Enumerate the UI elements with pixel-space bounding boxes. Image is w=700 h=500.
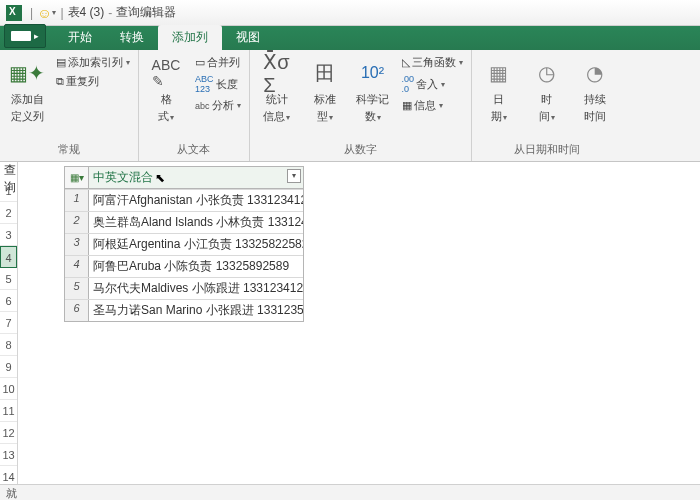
calendar-icon: ▦ — [482, 56, 516, 90]
mouse-cursor-icon: ⬉ — [155, 171, 165, 185]
label: 三角函数 — [412, 55, 456, 70]
ws-row-selected[interactable]: 4 — [0, 246, 17, 268]
ws-row[interactable]: 11 — [0, 400, 17, 422]
document-title: 表4 (3) — [68, 4, 105, 21]
row-number: 1 — [65, 190, 89, 211]
tab-transform[interactable]: 转换 — [106, 25, 158, 50]
row-number: 2 — [65, 212, 89, 233]
filter-dropdown-icon[interactable]: ▾ — [287, 169, 301, 183]
ribbon-tab-strip: ▸ 开始 转换 添加列 视图 — [0, 26, 700, 50]
group-label: 从文本 — [145, 140, 243, 159]
merge-columns-button[interactable]: ▭ 合并列 — [193, 54, 243, 71]
label: 定义列 — [11, 109, 44, 124]
separator-icon: | — [30, 6, 33, 20]
index-icon: ▤ — [56, 56, 66, 69]
group-general: ▦✦ 添加自 定义列 ▤ 添加索引列 ▾ ⧉ 重复列 常规 — [0, 50, 139, 161]
label: 长度 — [216, 77, 238, 92]
cell[interactable]: 奥兰群岛Aland Islands 小林负责 1331249 — [89, 212, 303, 233]
editor-content: ▦▾ 中英文混合 ⬉ ▾ 1 阿富汗Afghanistan 小张负责 13312… — [18, 162, 700, 484]
tab-view[interactable]: 视图 — [222, 25, 274, 50]
group-from-datetime: ▦ 日 期▾ ◷ 时 间▾ ◔ 持续 时间 从日期和时间 — [472, 50, 622, 161]
data-grid: ▦▾ 中英文混合 ⬉ ▾ 1 阿富汗Afghanistan 小张负责 13312… — [64, 166, 304, 322]
group-label: 从数字 — [256, 140, 465, 159]
table-row[interactable]: 4 阿鲁巴Aruba 小陈负责 13325892589 — [65, 255, 303, 277]
info-icon: ▦ — [402, 99, 412, 112]
ws-row[interactable]: 10 — [0, 378, 17, 400]
label: 持续 — [584, 92, 606, 107]
analyze-button[interactable]: abc 分析 ▾ — [193, 97, 243, 114]
dropdown-arrow-icon: ▸ — [34, 31, 39, 41]
length-button[interactable]: ABC123 长度 — [193, 73, 243, 95]
table-row[interactable]: 5 马尔代夫Maldives 小陈跟进 1331234124 — [65, 277, 303, 299]
add-index-column-button[interactable]: ▤ 添加索引列 ▾ — [54, 54, 132, 71]
row-number: 4 — [65, 256, 89, 277]
duplicate-column-button[interactable]: ⧉ 重复列 — [54, 73, 132, 90]
round-icon: .00.0 — [402, 74, 415, 94]
ws-row[interactable]: 8 — [0, 334, 17, 356]
label: 标准 — [314, 92, 336, 107]
cell[interactable]: 圣马力诺San Marino 小张跟进 13312351 — [89, 300, 303, 321]
table-row[interactable]: 2 奥兰群岛Aland Islands 小林负责 1331249 — [65, 211, 303, 233]
length-icon: ABC123 — [195, 74, 214, 94]
date-button[interactable]: ▦ 日 期▾ — [478, 54, 520, 126]
tab-home[interactable]: 开始 — [54, 25, 106, 50]
grid-header: ▦▾ 中英文混合 ⬉ ▾ — [65, 167, 303, 189]
format-button[interactable]: ABC✎ 格 式▾ — [145, 54, 187, 126]
ws-row[interactable]: 3 — [0, 224, 17, 246]
merge-icon: ▭ — [195, 56, 205, 69]
label: 舍入 — [416, 77, 438, 92]
statistics-button[interactable]: X̄σΣ 统计 信息▾ — [256, 54, 298, 126]
file-button[interactable]: ▸ — [4, 24, 46, 48]
app-title: 查询编辑器 — [116, 4, 176, 21]
ws-row[interactable]: 7 — [0, 312, 17, 334]
rounding-button[interactable]: .00.0 舍入 ▾ — [400, 73, 465, 95]
dropdown-arrow-icon: ▾ — [237, 101, 241, 110]
queries-panel-label[interactable]: 查询 — [2, 160, 18, 198]
ws-row[interactable]: 2 — [0, 202, 17, 224]
tab-add-column[interactable]: 添加列 — [158, 25, 222, 50]
dropdown-arrow-icon: ▾ — [459, 58, 463, 67]
clock-icon: ◷ — [530, 56, 564, 90]
row-number: 6 — [65, 300, 89, 321]
label: 分析 — [212, 98, 234, 113]
dropdown-arrow-icon: ▾ — [439, 101, 443, 110]
cell[interactable]: 马尔代夫Maldives 小陈跟进 1331234124 — [89, 278, 303, 299]
table-row[interactable]: 6 圣马力诺San Marino 小张跟进 13312351 — [65, 299, 303, 321]
cell[interactable]: 阿鲁巴Aruba 小陈负责 13325892589 — [89, 256, 303, 277]
scientific-button[interactable]: 10² 科学记 数▾ — [352, 54, 394, 126]
ws-row[interactable]: 9 — [0, 356, 17, 378]
table-row[interactable]: 3 阿根廷Argentina 小江负责 13325822582 — [65, 233, 303, 255]
duplicate-icon: ⧉ — [56, 75, 64, 88]
triangle-icon: ◺ — [402, 56, 410, 69]
qat-dropdown-icon[interactable]: ▾ — [52, 8, 56, 17]
ws-row[interactable]: 13 — [0, 444, 17, 466]
row-number: 5 — [65, 278, 89, 299]
select-all-corner[interactable]: ▦▾ — [65, 167, 89, 188]
time-button[interactable]: ◷ 时 间▾ — [526, 54, 568, 126]
group-from-number: X̄σΣ 统计 信息▾ 田 标准 型▾ 10² 科学记 数▾ ◺ 三角函数 ▾ — [250, 50, 472, 161]
label: 间▾ — [539, 109, 555, 124]
label: 数▾ — [365, 109, 381, 124]
label: 期▾ — [491, 109, 507, 124]
add-custom-column-button[interactable]: ▦✦ 添加自 定义列 — [6, 54, 48, 126]
status-bar: 就 — [0, 484, 700, 500]
label: 添加自 — [11, 92, 44, 107]
status-text: 就 — [6, 487, 17, 499]
group-label: 常规 — [6, 140, 132, 159]
trigonometry-button[interactable]: ◺ 三角函数 ▾ — [400, 54, 465, 71]
label: 格 — [161, 92, 172, 107]
title-bar: | ☺ ▾ | 表4 (3) - 查询编辑器 — [0, 0, 700, 26]
ws-row[interactable]: 6 — [0, 290, 17, 312]
ws-row[interactable]: 5 — [0, 268, 17, 290]
analyze-icon: abc — [195, 101, 210, 111]
duration-icon: ◔ — [578, 56, 612, 90]
ws-row[interactable]: 12 — [0, 422, 17, 444]
standard-button[interactable]: 田 标准 型▾ — [304, 54, 346, 126]
label: 科学记 — [356, 92, 389, 107]
table-row[interactable]: 1 阿富汗Afghanistan 小张负责 133123412 — [65, 189, 303, 211]
column-header[interactable]: 中英文混合 ⬉ ▾ — [89, 167, 303, 188]
cell[interactable]: 阿富汗Afghanistan 小张负责 133123412 — [89, 190, 303, 211]
info-number-button[interactable]: ▦ 信息 ▾ — [400, 97, 465, 114]
cell[interactable]: 阿根廷Argentina 小江负责 13325822582 — [89, 234, 303, 255]
duration-button[interactable]: ◔ 持续 时间 — [574, 54, 616, 126]
